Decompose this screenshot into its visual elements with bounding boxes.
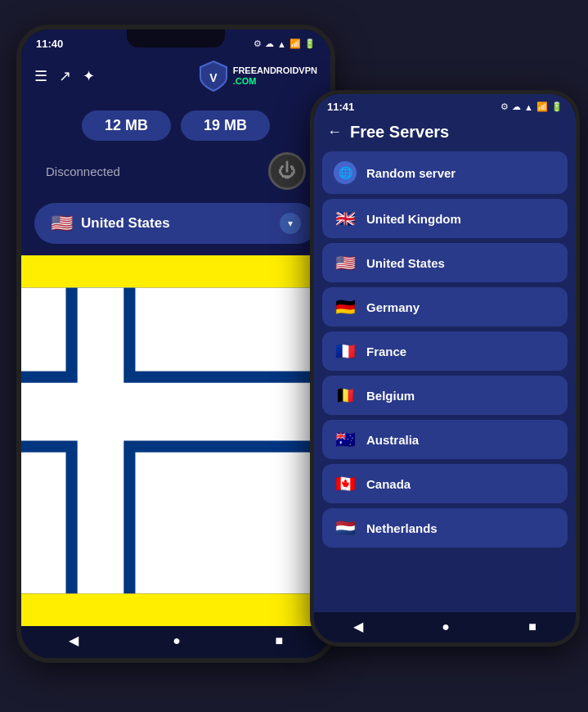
nav-home-btn-2[interactable]: ● [442, 620, 450, 634]
server-name-fr: France [366, 345, 406, 358]
share-icon[interactable]: ↗ [59, 67, 71, 85]
svg-rect-6 [78, 288, 124, 594]
selected-country-name: United States [81, 215, 272, 232]
globe-icon: 🌐 [334, 161, 357, 184]
chevron-down-icon: ▾ [280, 213, 301, 234]
data-stats: 12 MB 19 MB [21, 99, 330, 147]
uk-flag-icon: 🇬🇧 [334, 209, 357, 228]
nav-home-btn-1[interactable]: ● [173, 633, 181, 648]
nl-flag-icon: 🇳🇱 [334, 518, 357, 538]
us-flag-icon: 🇺🇸 [334, 253, 357, 273]
disconnect-row: Disconnected ⏻ [21, 147, 330, 195]
connection-status: Disconnected [46, 164, 120, 178]
server-item-au[interactable]: 🇦🇺 Australia [322, 420, 568, 459]
download-stat: 12 MB [82, 110, 171, 141]
selected-country-flag: 🇺🇸 [51, 213, 73, 234]
battery-icon-2: 🔋 [551, 101, 563, 112]
server-name-au: Australia [366, 433, 419, 447]
server-name-de: Germany [366, 300, 420, 314]
wifi-icon-2: ▲ [524, 102, 533, 112]
wifi-icon-1: ▲ [277, 39, 286, 49]
phone1-nav-bar: ◀ ● ■ [21, 626, 330, 658]
server-item-be[interactable]: 🇧🇪 Belgium [322, 376, 568, 415]
nav-back-btn-1[interactable]: ◀ [69, 633, 79, 648]
nav-back-btn-2[interactable]: ◀ [353, 619, 363, 634]
servers-header: ← Free Servers [314, 116, 576, 151]
star-icon[interactable]: ✦ [83, 67, 95, 85]
phone1: 11:40 ⚙ ☁ ▲ 📶 🔋 ☰ ↗ ✦ V F [16, 25, 335, 663]
au-flag-icon: 🇦🇺 [334, 430, 357, 449]
finland-flag-svg [21, 255, 330, 626]
menu-icon[interactable]: ☰ [34, 67, 47, 85]
server-item-random[interactable]: 🌐 Random server [322, 151, 568, 194]
nav-recent-btn-2[interactable]: ■ [528, 620, 536, 634]
phone2-screen: 11:41 ⚙ ☁ ▲ 📶 🔋 ← Free Servers 🌐 Random … [314, 94, 576, 642]
server-list: 🌐 Random server 🇬🇧 United Kingdom 🇺🇸 Uni… [314, 151, 576, 612]
settings-icon-1: ⚙ [254, 38, 262, 49]
server-name-be: Belgium [366, 389, 415, 403]
server-item-us[interactable]: 🇺🇸 United States [322, 243, 568, 282]
signal-icon-2: 📶 [536, 101, 548, 112]
signal-icon-1: 📶 [290, 38, 301, 49]
status-time-2: 11:41 [327, 101, 354, 113]
svg-rect-5 [21, 383, 330, 441]
server-item-uk[interactable]: 🇬🇧 United Kingdom [322, 199, 568, 238]
nav-recent-btn-1[interactable]: ■ [276, 633, 284, 648]
power-button[interactable]: ⏻ [268, 152, 306, 190]
logo-area: V FREEANDROIDVPN .COM [199, 60, 317, 92]
phone1-screen: 11:40 ⚙ ☁ ▲ 📶 🔋 ☰ ↗ ✦ V F [21, 29, 330, 658]
fr-flag-icon: 🇫🇷 [334, 341, 357, 361]
settings-icon-2: ⚙ [500, 101, 509, 112]
country-selector[interactable]: 🇺🇸 United States ▾ [34, 203, 317, 244]
vpn-header: ☰ ↗ ✦ V FREEANDROIDVPN .COM [21, 53, 330, 99]
server-name-us: United States [366, 256, 445, 270]
svg-rect-1 [21, 255, 330, 288]
de-flag-icon: 🇩🇪 [334, 297, 357, 317]
servers-title: Free Servers [350, 123, 449, 142]
svg-rect-7 [21, 593, 330, 626]
server-item-de[interactable]: 🇩🇪 Germany [322, 287, 568, 327]
battery-icon-1: 🔋 [304, 38, 316, 49]
phone2: 11:41 ⚙ ☁ ▲ 📶 🔋 ← Free Servers 🌐 Random … [310, 90, 580, 647]
cloud-icon-2: ☁ [512, 101, 521, 112]
flag-display [21, 255, 330, 626]
upload-stat: 19 MB [181, 110, 270, 141]
logo-text: FREEANDROIDVPN .COM [233, 65, 317, 87]
server-item-nl[interactable]: 🇳🇱 Netherlands [322, 508, 568, 548]
server-name-uk: United Kingdom [366, 212, 461, 226]
server-name-nl: Netherlands [366, 521, 438, 535]
svg-text:V: V [209, 71, 218, 84]
server-item-fr[interactable]: 🇫🇷 France [322, 331, 568, 371]
status-icons-1: ⚙ ☁ ▲ 📶 🔋 [254, 38, 316, 49]
phone1-notch [127, 29, 225, 47]
server-name-ca: Canada [366, 477, 411, 491]
be-flag-icon: 🇧🇪 [334, 385, 357, 405]
server-name-random: Random server [366, 166, 456, 180]
vpn-header-left-icons: ☰ ↗ ✦ [34, 67, 95, 85]
ca-flag-icon: 🇨🇦 [334, 474, 357, 493]
server-item-ca[interactable]: 🇨🇦 Canada [322, 464, 568, 503]
status-bar-2: 11:41 ⚙ ☁ ▲ 📶 🔋 [314, 94, 576, 116]
back-button[interactable]: ← [327, 124, 342, 141]
logo-shield-icon: V [199, 60, 228, 92]
phone2-nav-bar: ◀ ● ■ [314, 612, 576, 642]
status-time-1: 11:40 [36, 38, 63, 50]
cloud-icon-1: ☁ [265, 38, 274, 49]
status-icons-2: ⚙ ☁ ▲ 📶 🔋 [500, 101, 563, 112]
